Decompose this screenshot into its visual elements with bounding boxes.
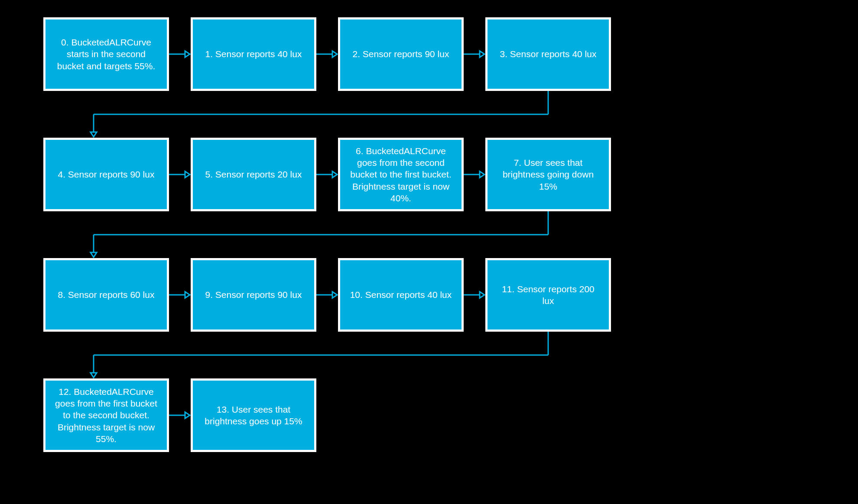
flow-node-label: 12. BucketedALRCurve goes from the first… xyxy=(53,386,159,445)
flow-node-label: 1. Sensor reports 40 lux xyxy=(205,48,302,60)
svg-marker-21 xyxy=(185,292,190,298)
flow-node-label: 5. Sensor reports 20 lux xyxy=(205,168,302,180)
svg-marker-29 xyxy=(91,373,97,378)
svg-marker-9 xyxy=(91,132,97,137)
flow-node-label: 11. Sensor reports 200 lux xyxy=(495,283,601,307)
flow-node-n6: 6. BucketedALRCurve goes from the second… xyxy=(338,138,464,211)
flow-node-label: 9. Sensor reports 90 lux xyxy=(205,289,302,300)
flow-node-n0: 0. BucketedALRCurve starts in the second… xyxy=(43,17,169,91)
svg-marker-19 xyxy=(91,252,97,257)
flow-node-label: 2. Sensor reports 90 lux xyxy=(353,48,449,60)
svg-marker-5 xyxy=(480,51,484,57)
flow-node-n4: 4. Sensor reports 90 lux xyxy=(43,138,169,211)
flow-node-n10: 10. Sensor reports 40 lux xyxy=(338,258,464,332)
flow-node-n2: 2. Sensor reports 90 lux xyxy=(338,17,464,91)
svg-marker-11 xyxy=(185,171,190,178)
flow-node-label: 4. Sensor reports 90 lux xyxy=(58,168,155,180)
flow-node-n8: 8. Sensor reports 60 lux xyxy=(43,258,169,332)
svg-marker-1 xyxy=(185,51,190,57)
svg-marker-15 xyxy=(480,171,484,178)
svg-marker-25 xyxy=(480,292,484,298)
flow-node-n3: 3. Sensor reports 40 lux xyxy=(485,17,611,91)
svg-marker-13 xyxy=(332,171,337,178)
flow-node-n1: 1. Sensor reports 40 lux xyxy=(191,17,316,91)
diagram-canvas: 0. BucketedALRCurve starts in the second… xyxy=(0,0,858,504)
flow-node-n9: 9. Sensor reports 90 lux xyxy=(191,258,316,332)
flow-node-label: 13. User sees that brightness goes up 15… xyxy=(201,404,306,427)
flow-node-n11: 11. Sensor reports 200 lux xyxy=(485,258,611,332)
svg-marker-3 xyxy=(332,51,337,57)
svg-marker-23 xyxy=(332,292,337,298)
flow-node-n5: 5. Sensor reports 20 lux xyxy=(191,138,316,211)
svg-marker-31 xyxy=(185,412,190,418)
flow-node-n7: 7. User sees that brightness going down … xyxy=(485,138,611,211)
flow-node-label: 6. BucketedALRCurve goes from the second… xyxy=(348,145,454,204)
flow-node-n13: 13. User sees that brightness goes up 15… xyxy=(191,378,316,452)
flow-node-label: 10. Sensor reports 40 lux xyxy=(350,289,452,300)
flow-node-label: 8. Sensor reports 60 lux xyxy=(58,289,155,300)
flow-node-n12: 12. BucketedALRCurve goes from the first… xyxy=(43,378,169,452)
flow-node-label: 7. User sees that brightness going down … xyxy=(495,157,601,192)
flow-node-label: 0. BucketedALRCurve starts in the second… xyxy=(53,36,159,72)
flow-node-label: 3. Sensor reports 40 lux xyxy=(500,48,597,60)
